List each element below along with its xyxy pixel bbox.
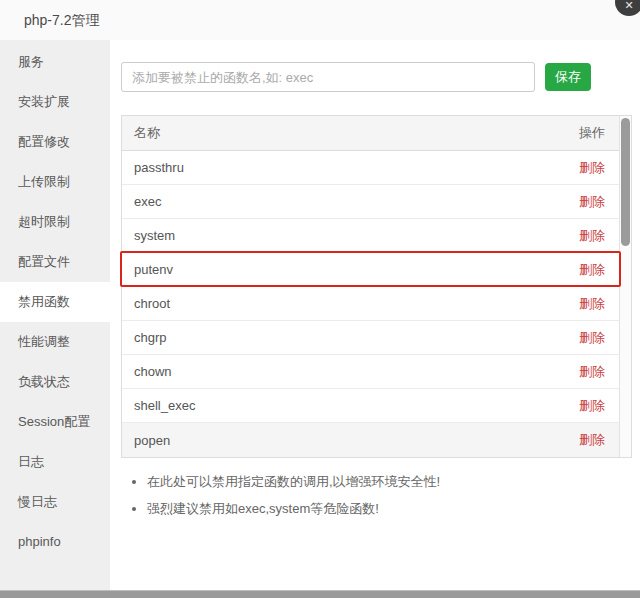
window-title: php-7.2管理 xyxy=(0,0,640,40)
php-manager-window: php-7.2管理 ✕ 服务安装扩展配置修改上传限制超时限制配置文件禁用函数性能… xyxy=(0,0,640,598)
vertical-scrollbar[interactable] xyxy=(619,116,631,457)
table-header: 名称 操作 xyxy=(122,116,631,151)
delete-link[interactable]: 删除 xyxy=(579,431,605,449)
function-row: chgrp删除 xyxy=(122,321,631,355)
function-name: chroot xyxy=(134,296,170,311)
delete-link[interactable]: 删除 xyxy=(579,397,605,415)
hint-notes: 在此处可以禁用指定函数的调用,以增强环境安全性!强烈建议禁用如exec,syst… xyxy=(123,473,640,518)
function-name: exec xyxy=(134,194,161,209)
function-name: passthru xyxy=(134,160,184,175)
disabled-functions-table: 名称 操作 passthru删除exec删除system删除putenv删除ch… xyxy=(121,115,632,458)
sidebar-item[interactable]: 上传限制 xyxy=(0,162,110,202)
table-body: passthru删除exec删除system删除putenv删除chroot删除… xyxy=(122,151,631,457)
delete-link[interactable]: 删除 xyxy=(579,261,605,279)
sidebar-item[interactable]: 服务 xyxy=(0,42,110,82)
horizontal-scrollbar[interactable] xyxy=(0,590,640,598)
delete-link[interactable]: 删除 xyxy=(579,329,605,347)
sidebar-item[interactable]: 配置修改 xyxy=(0,122,110,162)
sidebar-item[interactable]: 超时限制 xyxy=(0,202,110,242)
close-icon: ✕ xyxy=(624,0,633,12)
function-name: chgrp xyxy=(134,330,167,345)
vertical-scrollbar-thumb[interactable] xyxy=(621,118,630,246)
function-name: system xyxy=(134,228,175,243)
sidebar-item[interactable]: 负载状态 xyxy=(0,362,110,402)
function-row: shell_exec删除 xyxy=(122,389,631,423)
delete-link[interactable]: 删除 xyxy=(579,227,605,245)
sidebar-item[interactable]: 禁用函数 xyxy=(0,282,110,322)
titlebar: php-7.2管理 ✕ xyxy=(0,0,640,40)
sidebar-item[interactable]: 配置文件 xyxy=(0,242,110,282)
sidebar-item[interactable]: 性能调整 xyxy=(0,322,110,362)
hint-note: 强烈建议禁用如exec,system等危险函数! xyxy=(147,500,640,518)
function-row: exec删除 xyxy=(122,185,631,219)
function-row: chown删除 xyxy=(122,355,631,389)
column-header-name: 名称 xyxy=(134,124,160,142)
horizontal-scrollbar-thumb[interactable] xyxy=(0,591,640,598)
function-row: system删除 xyxy=(122,219,631,253)
delete-link[interactable]: 删除 xyxy=(579,295,605,313)
function-name: shell_exec xyxy=(134,398,195,413)
column-header-action: 操作 xyxy=(579,124,605,142)
hint-note: 在此处可以禁用指定函数的调用,以增强环境安全性! xyxy=(147,473,640,491)
highlight-annotation-box xyxy=(120,251,621,287)
function-row: putenv删除 xyxy=(122,253,631,287)
function-name: chown xyxy=(134,364,172,379)
function-row: popen删除 xyxy=(122,423,631,457)
sidebar-menu: 服务安装扩展配置修改上传限制超时限制配置文件禁用函数性能调整负载状态Sessio… xyxy=(0,42,110,562)
function-row: passthru删除 xyxy=(122,151,631,185)
function-name-input[interactable] xyxy=(121,62,535,92)
save-button[interactable]: 保存 xyxy=(545,63,591,91)
function-row: chroot删除 xyxy=(122,287,631,321)
delete-link[interactable]: 删除 xyxy=(579,193,605,211)
main-content: 保存 名称 操作 passthru删除exec删除system删除putenv删… xyxy=(110,40,640,590)
sidebar-item[interactable]: 日志 xyxy=(0,442,110,482)
sidebar-item[interactable]: Session配置 xyxy=(0,402,110,442)
function-name: putenv xyxy=(134,262,173,277)
add-function-toolbar: 保存 xyxy=(121,62,640,92)
delete-link[interactable]: 删除 xyxy=(579,159,605,177)
function-name: popen xyxy=(134,433,170,448)
sidebar-item[interactable]: phpinfo xyxy=(0,522,110,562)
sidebar-item[interactable]: 慢日志 xyxy=(0,482,110,522)
delete-link[interactable]: 删除 xyxy=(579,363,605,381)
sidebar-item[interactable]: 安装扩展 xyxy=(0,82,110,122)
sidebar: 服务安装扩展配置修改上传限制超时限制配置文件禁用函数性能调整负载状态Sessio… xyxy=(0,40,110,590)
